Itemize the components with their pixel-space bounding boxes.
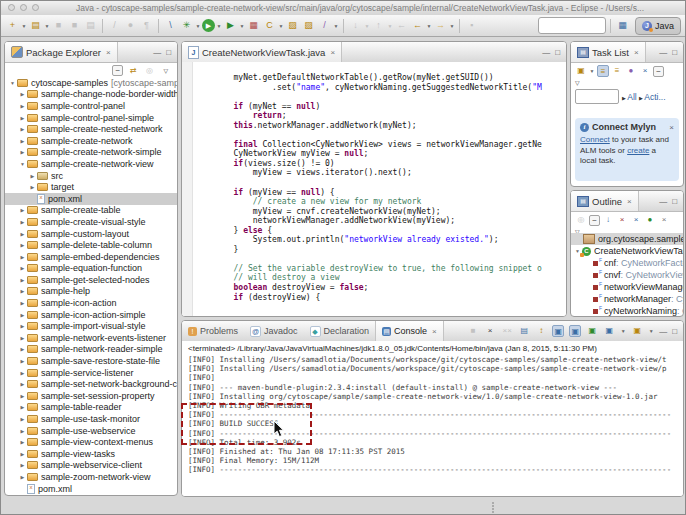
open-type-icon[interactable]: ▨ (285, 18, 300, 33)
clear-console-icon[interactable]: ▤ (518, 325, 530, 337)
tree-item[interactable]: ▶sample-equation-function (5, 263, 177, 275)
show-stdout-icon[interactable]: ▣ (552, 325, 564, 337)
minimize-view-icon[interactable]: — (659, 197, 667, 206)
minimize-window-icon[interactable] (20, 4, 27, 11)
tree-item[interactable]: pom.xml (5, 193, 177, 205)
chevron-right-icon[interactable]: ▶ (18, 115, 27, 121)
link-with-editor-icon[interactable]: ⇄ (127, 65, 139, 77)
remove-all-launches-icon[interactable]: ×× (501, 325, 513, 337)
collapse-all-icon[interactable]: − (112, 65, 123, 76)
chevron-right-icon[interactable]: ▶ (18, 462, 27, 468)
focus-icon[interactable]: ◎ (575, 214, 587, 226)
remove-launch-icon[interactable]: × (484, 325, 496, 337)
terminate-icon[interactable]: ■ (467, 325, 479, 337)
pin-editor-icon[interactable]: ▪ (464, 18, 479, 33)
maximize-window-icon[interactable] (32, 4, 39, 11)
hide-fields-icon[interactable]: × (616, 214, 628, 226)
close-icon[interactable]: × (669, 123, 674, 132)
chevron-right-icon[interactable]: ▶ (18, 474, 27, 480)
chevron-right-icon[interactable]: ▶ (18, 242, 27, 248)
tree-item[interactable]: ▼sample-create-network-view (5, 158, 177, 170)
tree-item[interactable]: ▶sample-embed-dependencies (5, 251, 177, 263)
mark-occurrences-icon[interactable]: ● (123, 18, 138, 33)
new-wizard-icon[interactable]: + (5, 18, 20, 33)
show-stderr-icon[interactable]: ▣ (569, 325, 581, 337)
new-task-caret-icon[interactable]: ▼ (589, 68, 595, 74)
chevron-right-icon[interactable]: ▶ (18, 207, 27, 213)
chevron-right-icon[interactable]: ▶ (18, 404, 27, 410)
open-perspective-icon[interactable]: ▦ (615, 18, 630, 33)
tab-javadoc[interactable]: @Javadoc (244, 321, 304, 341)
chevron-right-icon[interactable]: ▶ (18, 416, 27, 422)
chevron-right-icon[interactable]: ▶ (18, 126, 27, 132)
last-edit-location-icon[interactable]: ← (394, 18, 409, 33)
close-icon[interactable]: × (634, 48, 639, 57)
tree-item[interactable]: ▶sample-import-visual-style (5, 320, 177, 332)
chevron-right-icon[interactable]: ▶ (18, 149, 27, 155)
open-console-icon[interactable]: ▣ (631, 325, 643, 337)
tree-item[interactable]: ▶sample-icon-action (5, 297, 177, 309)
tree-item[interactable]: ▶src (5, 170, 177, 182)
run-external-icon[interactable]: ▶ (223, 18, 238, 33)
tree-item[interactable]: ▶sample-control-panel-simple (5, 112, 177, 124)
tree-item[interactable]: ▶sample-network-events-listener (5, 332, 177, 344)
tree-item[interactable]: ▶sample-create-table (5, 205, 177, 217)
minimize-view-icon[interactable]: — (659, 327, 667, 336)
chevron-right-icon[interactable]: ▶ (18, 439, 27, 445)
save-icon[interactable]: ■ (51, 18, 66, 33)
tree-item[interactable]: ▶sample-help (5, 286, 177, 298)
tree-item[interactable]: ▶sample-create-network (5, 135, 177, 147)
tree-item[interactable]: ▶sample-use-task-monitor (5, 413, 177, 425)
quick-access-input[interactable] (538, 17, 606, 34)
outline-item[interactable]: Fcnf : CyNetworkFactory (571, 257, 683, 269)
new-task-icon[interactable]: ▣ (575, 65, 587, 77)
hide-static-icon[interactable]: × (630, 214, 642, 226)
tree-item[interactable]: ▶sample-service-listener (5, 367, 177, 379)
close-icon[interactable]: × (432, 327, 437, 336)
display-console-caret-icon[interactable]: ▼ (620, 328, 626, 334)
previous-annotation-caret-icon[interactable]: ▼ (387, 23, 393, 29)
new-wizard-caret-icon[interactable]: ▼ (21, 23, 27, 29)
close-icon[interactable]: × (106, 48, 111, 57)
tree-item[interactable]: ▶sample-get-selected-nodes (5, 274, 177, 286)
tree-item[interactable]: ▶sample-use-webservice (5, 425, 177, 437)
minimize-view-icon[interactable]: — (659, 48, 667, 57)
debug-caret-icon[interactable]: ▼ (195, 23, 201, 29)
back-caret-icon[interactable]: ▼ (426, 23, 432, 29)
java-perspective-button[interactable]: J Java (635, 17, 681, 35)
tab-package-explorer[interactable]: Package Explorer × (5, 42, 118, 62)
chevron-right-icon[interactable]: ▶ (18, 300, 27, 306)
maximize-view-icon[interactable]: □ (555, 48, 560, 57)
chevron-right-icon[interactable]: ▶ (18, 346, 27, 352)
outline-item[interactable]: ▼CCreateNetworkViewTask (571, 245, 683, 257)
tab-editor-file[interactable]: J CreateNetworkViewTask.java × (182, 42, 342, 62)
filter-link[interactable]: Acti... (644, 92, 665, 102)
tree-item[interactable]: ▶sample-delete-table-column (5, 239, 177, 251)
tree-item[interactable]: ▶sample-save-restore-state-file (5, 355, 177, 367)
save-all-icon[interactable]: ■ (67, 18, 82, 33)
chevron-right-icon[interactable]: ▶ (18, 381, 27, 387)
tree-item[interactable]: ▶sample-network-reader-simple (5, 344, 177, 356)
chevron-right-icon[interactable]: ▶ (18, 335, 27, 341)
chevron-right-icon[interactable]: ▶ (28, 184, 37, 190)
tree-item[interactable]: ▶sample-create-visual-style (5, 216, 177, 228)
tree-item[interactable]: ▶sample-webservice-client (5, 460, 177, 472)
code-text[interactable]: myNet.getDefaultNetworkTable().getRow(my… (195, 73, 565, 316)
outline-item[interactable]: FcyNetworkNaming : CyNetworkNaming (571, 305, 683, 316)
outline-item[interactable]: FnetworkViewManager : CyNetworkViewManag… (571, 281, 683, 293)
tree-item[interactable]: ▶sample-view-context-menus (5, 436, 177, 448)
tree-item[interactable]: ▶sample-create-nested-network (5, 123, 177, 135)
chevron-right-icon[interactable]: ▶ (18, 277, 27, 283)
chevron-right-icon[interactable]: ▶ (18, 428, 27, 434)
chevron-right-icon[interactable]: ▶ (18, 323, 27, 329)
run-icon[interactable]: ▶ (202, 19, 215, 32)
search-icon[interactable]: \ (163, 18, 178, 33)
view-menu-icon[interactable]: ▽ (575, 79, 580, 86)
annotate-caret-icon[interactable]: ▼ (333, 23, 339, 29)
chevron-right-icon[interactable]: ▶ (18, 451, 27, 457)
tree-item[interactable]: ▶sample-create-network-simple (5, 147, 177, 159)
back-icon[interactable]: ← (410, 18, 425, 33)
coverage-icon[interactable]: ▦ (246, 18, 261, 33)
edit-tools-icon[interactable]: / (107, 18, 122, 33)
categorized-view-icon[interactable]: ≡ (597, 65, 609, 77)
